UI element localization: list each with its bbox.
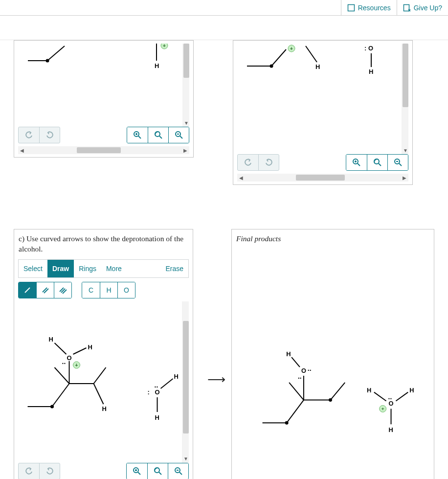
lp-left: : bbox=[148, 388, 150, 396]
tab-rings[interactable]: Rings bbox=[74, 260, 101, 277]
zoom-out-button[interactable] bbox=[168, 463, 188, 479]
redo-button[interactable] bbox=[258, 155, 279, 170]
subbar bbox=[0, 16, 448, 40]
svg-line-72 bbox=[396, 392, 408, 401]
tab-more[interactable]: More bbox=[101, 260, 127, 277]
row-2: c) Use curved arrows to show the deproto… bbox=[14, 229, 434, 479]
vscroll-b[interactable]: ▼ bbox=[402, 44, 408, 154]
svg-line-29 bbox=[379, 163, 381, 166]
tab-draw[interactable]: Draw bbox=[47, 260, 74, 277]
final-title-text: Final products bbox=[236, 234, 281, 243]
lp-final1: .. bbox=[308, 365, 312, 372]
zoom-fit-button[interactable] bbox=[147, 463, 168, 479]
svg-line-57 bbox=[159, 472, 161, 475]
zoom-fit-button[interactable] bbox=[367, 155, 387, 170]
svg-line-20 bbox=[271, 49, 286, 66]
svg-line-33 bbox=[25, 288, 30, 293]
svg-line-67 bbox=[289, 383, 304, 400]
svg-line-44 bbox=[94, 384, 104, 404]
undo-button[interactable] bbox=[19, 127, 39, 143]
workspace: H + ▼ bbox=[0, 40, 448, 479]
single-bond-button[interactable] bbox=[19, 282, 36, 298]
atom-h-button[interactable]: H bbox=[100, 282, 117, 298]
undo-group-c bbox=[18, 463, 60, 479]
svg-line-50 bbox=[161, 379, 173, 388]
tab-erase[interactable]: Erase bbox=[160, 260, 188, 277]
canvas-a[interactable]: H + ▼ bbox=[18, 44, 189, 127]
atom-o-final: O bbox=[301, 367, 306, 374]
undo-button[interactable] bbox=[238, 155, 258, 170]
svg-line-22 bbox=[306, 46, 317, 62]
svg-line-14 bbox=[159, 136, 162, 138]
zoom-fit-button[interactable] bbox=[148, 127, 168, 143]
triple-bond-button[interactable] bbox=[54, 282, 71, 298]
atom-h-b: H bbox=[315, 63, 320, 70]
svg-line-10 bbox=[138, 136, 141, 138]
canvas-wrap-a: H + ▼ bbox=[18, 44, 189, 127]
lp-h3o: .. bbox=[388, 392, 392, 400]
svg-line-71 bbox=[374, 392, 386, 401]
bond-tools bbox=[18, 282, 72, 298]
bottom-controls-c bbox=[18, 463, 189, 479]
svg-rect-0 bbox=[348, 4, 354, 11]
canvas-wrap-c: H O .. H H + : bbox=[18, 301, 189, 463]
zoom-in-button[interactable] bbox=[346, 155, 367, 170]
atom-h-c1: H bbox=[102, 405, 107, 412]
undo-button[interactable] bbox=[19, 463, 39, 479]
atom-h-final1: H bbox=[286, 350, 291, 358]
hscroll-b[interactable]: ◀ ▶ bbox=[237, 174, 408, 182]
atom-h-h3o-3: H bbox=[389, 426, 393, 433]
atom-o-c: O bbox=[67, 354, 72, 362]
zoom-out-button[interactable] bbox=[387, 155, 408, 170]
svg-rect-1 bbox=[403, 4, 409, 11]
plus-charge-b: + bbox=[290, 46, 293, 51]
redo-button[interactable] bbox=[39, 127, 60, 143]
zoom-in-button[interactable] bbox=[127, 463, 147, 479]
atom-o-button[interactable]: O bbox=[117, 282, 135, 298]
atom-h-c3: H bbox=[88, 343, 92, 351]
svg-line-41 bbox=[52, 384, 69, 407]
tab-select[interactable]: Select bbox=[19, 260, 47, 277]
book-icon bbox=[347, 4, 355, 12]
redo-button[interactable] bbox=[39, 463, 60, 479]
undo-group-b bbox=[237, 154, 279, 171]
svg-line-25 bbox=[358, 163, 360, 166]
zoom-in-button[interactable] bbox=[127, 127, 148, 143]
toolbar-second: C H O bbox=[18, 282, 189, 298]
bottom-controls-b bbox=[237, 154, 408, 171]
lp-top: .. bbox=[155, 381, 158, 389]
svg-line-46 bbox=[55, 343, 67, 354]
hscroll-a[interactable]: ◀ ▶ bbox=[18, 146, 189, 154]
svg-line-69 bbox=[291, 357, 300, 367]
row-1: H + ▼ bbox=[14, 40, 434, 185]
atom-h-h3o-1: H bbox=[367, 387, 371, 394]
panel-a-partial: H + ▼ bbox=[14, 40, 194, 158]
double-bond-button[interactable] bbox=[36, 282, 54, 298]
undo-group-a bbox=[18, 127, 60, 143]
give-up-label: Give Up? bbox=[414, 4, 442, 12]
toolbar-tabs: Select Draw Rings More Erase bbox=[18, 259, 189, 278]
atom-h-c2: H bbox=[49, 336, 53, 343]
canvas-c[interactable]: H O .. H H + : bbox=[18, 301, 189, 463]
reaction-arrow: ⟶ bbox=[207, 372, 225, 387]
svg-line-63 bbox=[287, 400, 304, 423]
atom-h-water1: H bbox=[174, 373, 179, 380]
give-up-link[interactable]: Give Up? bbox=[397, 0, 448, 15]
zoom-out-button[interactable] bbox=[168, 127, 189, 143]
atom-h-b2: H bbox=[369, 68, 373, 75]
lp-final2: .. bbox=[298, 372, 302, 380]
svg-line-49 bbox=[55, 367, 69, 384]
zoom-group-b bbox=[346, 154, 408, 171]
canvas-b[interactable]: + H : O H ▼ bbox=[237, 44, 408, 154]
atom-h-h3o-2: H bbox=[409, 387, 414, 394]
atom-h: H bbox=[155, 62, 159, 69]
svg-line-47 bbox=[73, 348, 87, 354]
topbar: Resources Give Up? bbox=[0, 0, 448, 16]
vscroll-c[interactable]: ▼ bbox=[182, 301, 189, 463]
panel-b-partial: + H : O H ▼ bbox=[233, 40, 413, 185]
atom-c-button[interactable]: C bbox=[82, 282, 100, 298]
svg-line-59 bbox=[179, 472, 182, 475]
bottom-controls-a bbox=[18, 127, 189, 143]
vscroll-a[interactable]: ▼ bbox=[182, 44, 189, 127]
resources-link[interactable]: Resources bbox=[341, 0, 397, 15]
